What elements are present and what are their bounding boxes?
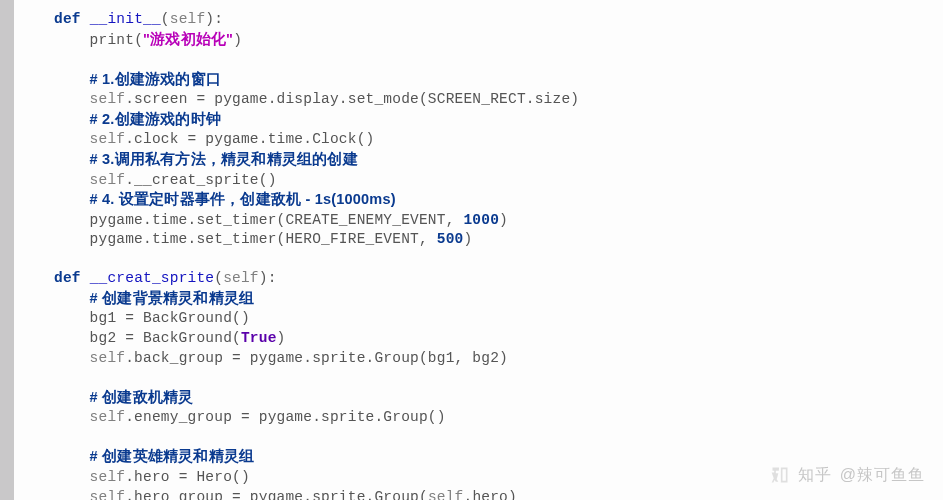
comment-4: # 4. 设置定时器事件，创建敌机 - 1s(1000ms) xyxy=(90,191,396,207)
call-print: print xyxy=(90,32,135,48)
fn-creat-sprite: __creat_sprite xyxy=(90,270,215,286)
keyword-def: def xyxy=(54,11,81,27)
comment-enemy: # 创建敌机精灵 xyxy=(90,389,194,405)
stmt: bg1 = BackGround() xyxy=(90,310,250,326)
param-self: self xyxy=(223,270,259,286)
paren: ( xyxy=(134,32,143,48)
stmt: .clock = pygame.time.Clock() xyxy=(125,131,374,147)
stmt: .__creat_sprite() xyxy=(125,172,276,188)
self: self xyxy=(90,91,126,107)
paren: ): xyxy=(259,270,277,286)
stmt: bg2 = BackGround( xyxy=(90,330,241,346)
paren: ( xyxy=(161,11,170,27)
paren: ) xyxy=(463,231,472,247)
comment-hero: # 创建英雄精灵和精灵组 xyxy=(90,448,255,464)
comment-2: # 2.创建游戏的时钟 xyxy=(90,111,221,127)
code-body: def __init__(self): print("游戏初始化") # 1.创… xyxy=(14,0,943,500)
paren: ): xyxy=(205,11,223,27)
code-editor: def __init__(self): print("游戏初始化") # 1.创… xyxy=(0,0,943,500)
stmt: .screen = pygame.display.set_mode(SCREEN… xyxy=(125,91,579,107)
comment-bg: # 创建背景精灵和精灵组 xyxy=(90,290,255,306)
self: self xyxy=(90,469,126,485)
paren: ( xyxy=(214,270,223,286)
self: self xyxy=(90,172,126,188)
fn-init: __init__ xyxy=(90,11,161,27)
paren: ) xyxy=(233,32,242,48)
stmt: .back_group = pygame.sprite.Group(bg1, b… xyxy=(125,350,508,366)
self: self xyxy=(90,131,126,147)
kw-true: True xyxy=(241,330,277,346)
editor-gutter xyxy=(0,0,14,500)
stmt: pygame.time.set_timer(HERO_FIRE_EVENT, xyxy=(90,231,437,247)
stmt: .hero = Hero() xyxy=(125,469,250,485)
num-1000: 1000 xyxy=(463,212,499,228)
self: self xyxy=(90,350,126,366)
stmt: pygame.time.set_timer(CREATE_ENEMY_EVENT… xyxy=(90,212,464,228)
comment-3: # 3.调用私有方法，精灵和精灵组的创建 xyxy=(90,151,358,167)
param-self: self xyxy=(170,11,206,27)
paren: ) xyxy=(499,212,508,228)
self: self xyxy=(90,409,126,425)
stmt: .hero) xyxy=(463,489,516,501)
string-literal: "游戏初始化" xyxy=(143,31,233,47)
comment-1: # 1.创建游戏的窗口 xyxy=(90,71,221,87)
keyword-def: def xyxy=(54,270,81,286)
num-500: 500 xyxy=(437,231,464,247)
self: self xyxy=(90,489,126,501)
paren: ) xyxy=(277,330,286,346)
self: self xyxy=(428,489,464,501)
stmt: .hero_group = pygame.sprite.Group( xyxy=(125,489,428,501)
stmt: .enemy_group = pygame.sprite.Group() xyxy=(125,409,445,425)
